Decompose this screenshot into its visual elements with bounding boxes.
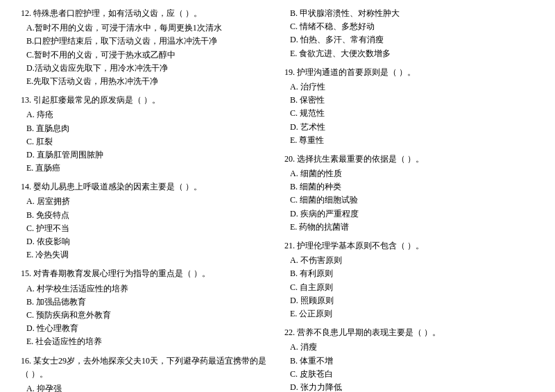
question-title: 12. 特殊患者口腔护理，如有活动义齿，应（ ）。 xyxy=(21,7,271,20)
question-title: 15. 对青春期教育发展心理行为指导的重点是（ ）。 xyxy=(21,267,271,280)
option: C. 皮肤苍白 xyxy=(284,368,534,381)
option: C. 肛裂 xyxy=(21,135,271,148)
option: D. 张力力降低 xyxy=(284,381,534,392)
question-q18_cont: B. 甲状腺溶溃性、对称性肿大C. 情绪不稳、多愁好动D. 怕热、多汗、常有消瘦… xyxy=(284,7,534,60)
option: B.口腔护理结束后，取下活动义齿，用温水冲洗干净 xyxy=(21,35,271,48)
option: B. 体重不增 xyxy=(284,355,534,368)
option: E. 公正原则 xyxy=(284,307,534,321)
option: B. 保密性 xyxy=(284,94,534,107)
option: E. 尊重性 xyxy=(284,134,534,147)
question-q20: 20. 选择抗生素最重要的依据是（ ）。A. 细菌的性质B. 细菌的种类C. 细… xyxy=(284,153,534,234)
right-column: B. 甲状腺溶溃性、对称性肿大C. 情绪不稳、多愁好动D. 怕热、多汗、常有消瘦… xyxy=(278,7,534,392)
question-title: 16. 某女士29岁，去外地探亲父夫10天，下列避孕药最适宜携带的是（ ）。 xyxy=(21,355,271,381)
option: E. 药物的抗菌谱 xyxy=(284,221,534,234)
question-q12: 12. 特殊患者口腔护理，如有活动义齿，应（ ）。A.暂时不用的义齿，可浸于清水… xyxy=(21,7,271,88)
question-title: 20. 选择抗生素最重要的依据是（ ）。 xyxy=(284,153,534,166)
option: D. 性心理教育 xyxy=(21,322,271,335)
question-title: 14. 婴幼儿易患上呼吸道感染的因素主要是（ ）。 xyxy=(21,180,271,194)
option: B. 甲状腺溶溃性、对称性肿大 xyxy=(284,7,534,20)
option: A. 痔疮 xyxy=(21,108,271,121)
option: E. 食欲亢进、大便次数增多 xyxy=(284,47,534,60)
option: D. 艺术性 xyxy=(284,121,534,134)
option: A. 消瘦 xyxy=(284,341,534,354)
question-title: 13. 引起肛瘘最常见的原发病是（ ）。 xyxy=(21,94,271,107)
option: D.活动义齿应先取下，用冷水冲洗干净 xyxy=(21,62,271,75)
option: C. 护理不当 xyxy=(21,222,271,235)
question-title: 22. 营养不良患儿早期的表现主要是（ ）。 xyxy=(284,326,534,339)
question-q16: 16. 某女士29岁，去外地探亲父夫10天，下列避孕药最适宜携带的是（ ）。A.… xyxy=(21,355,271,393)
question-q22: 22. 营养不良患儿早期的表现主要是（ ）。A. 消瘦B. 体重不增C. 皮肤苍… xyxy=(284,326,534,392)
question-q15: 15. 对青春期教育发展心理行为指导的重点是（ ）。A. 村学校生活适应性的培养… xyxy=(21,267,271,348)
left-column: 12. 特殊患者口腔护理，如有活动义齿，应（ ）。A.暂时不用的义齿，可浸于清水… xyxy=(21,7,278,392)
option: C. 情绪不稳、多愁好动 xyxy=(284,20,534,33)
option: D. 怕热、多汗、常有消瘦 xyxy=(284,33,534,46)
option: A. 细菌的性质 xyxy=(284,167,534,180)
option: B. 细菌的种类 xyxy=(284,180,534,194)
option: E.先取下活动义齿，用热水冲洗干净 xyxy=(21,75,271,88)
question-q19: 19. 护理沟通道的首要原则是（ ）。A. 治疗性B. 保密性C. 规范性D. … xyxy=(284,66,534,147)
option: A. 不伤害原则 xyxy=(284,254,534,267)
option: E. 社会适应性的培养 xyxy=(21,335,271,348)
option: A. 抑孕强 xyxy=(21,382,271,392)
option: B. 直肠息肉 xyxy=(21,122,271,135)
option: A. 居室拥挤 xyxy=(21,195,271,208)
option: B. 有利原则 xyxy=(284,267,534,280)
option: D. 照顾原则 xyxy=(284,294,534,307)
option: A. 村学校生活适应性的培养 xyxy=(21,282,271,296)
option: B. 加强品德教育 xyxy=(21,296,271,309)
option: B. 免疫特点 xyxy=(21,209,271,222)
option: A.暂时不用的义齿，可浸于清水中，每周更换1次清水 xyxy=(21,22,271,35)
option: C. 自主原则 xyxy=(284,281,534,294)
question-title: 19. 护理沟通道的首要原则是（ ）。 xyxy=(284,66,534,79)
option: D. 疾病的严重程度 xyxy=(284,207,534,221)
option: C. 规范性 xyxy=(284,107,534,120)
questions-container: 12. 特殊患者口腔护理，如有活动义齿，应（ ）。A.暂时不用的义齿，可浸于清水… xyxy=(21,7,534,392)
option: C. 细菌的细胞试验 xyxy=(284,194,534,207)
option: A. 治疗性 xyxy=(284,80,534,94)
option: D. 依疫影响 xyxy=(21,235,271,248)
question-q21: 21. 护理伦理学基本原则不包含（ ）。A. 不伤害原则B. 有利原则C. 自主… xyxy=(284,239,534,321)
option: C. 预防疾病和意外教育 xyxy=(21,309,271,322)
option: C.暂时不用的义齿，可浸于热水或乙醇中 xyxy=(21,49,271,62)
option: E. 冷热失调 xyxy=(21,248,271,262)
question-q14: 14. 婴幼儿易患上呼吸道感染的因素主要是（ ）。A. 居室拥挤B. 免疫特点C… xyxy=(21,180,271,262)
option: E. 直肠癌 xyxy=(21,162,271,175)
question-q13: 13. 引起肛瘘最常见的原发病是（ ）。A. 痔疮B. 直肠息肉C. 肛裂D. … xyxy=(21,94,271,175)
question-title: 21. 护理伦理学基本原则不包含（ ）。 xyxy=(284,239,534,253)
option: D. 直肠肛管周围脓肿 xyxy=(21,148,271,162)
